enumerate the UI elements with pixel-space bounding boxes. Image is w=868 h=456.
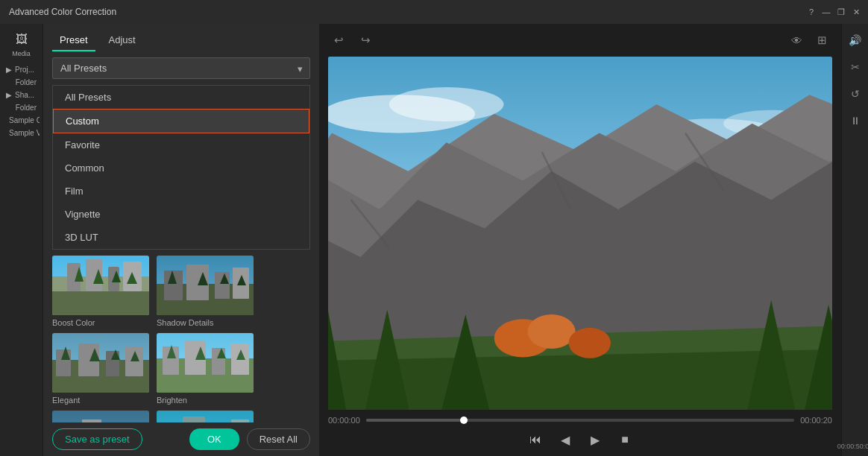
dialog-title: Advanced Color Correction	[9, 7, 116, 17]
sidebar-label-proj: Proj...	[15, 66, 34, 74]
loop-button[interactable]: ↺	[845, 83, 866, 104]
svg-rect-44	[82, 419, 101, 422]
panel-left: Preset Adjust All Presets Custom Favorit…	[43, 24, 319, 456]
preset-item-5[interactable]	[52, 411, 149, 422]
svg-rect-15	[215, 272, 230, 299]
app-sidebar: 🖼 Media ▶ Proj... Folder ▶ Sha... Folder	[0, 24, 43, 456]
preset-thumb-boost-color	[52, 256, 149, 315]
preset-dropdown-wrapper[interactable]: All Presets Custom Favorite Common Film …	[52, 57, 310, 79]
dropdown-menu: All Presets Custom Favorite Common Film …	[52, 85, 310, 250]
sidebar-label-samplevid: Sample Vid...	[9, 129, 40, 137]
help-button[interactable]: ?	[805, 6, 817, 18]
volume-button[interactable]: 🔊	[845, 30, 866, 51]
timeline-time: 00:00:50:00	[837, 443, 868, 456]
sidebar-label-sampleco: Sample Co...	[9, 116, 40, 124]
bottom-bar: Save as preset OK Reset All	[43, 422, 319, 456]
preset-row-3	[52, 411, 310, 422]
preset-dropdown[interactable]: All Presets Custom Favorite Common Film …	[52, 57, 310, 79]
preset-item-elegant[interactable]: Elegant	[52, 333, 149, 408]
preset-item-shadow-details[interactable]: Shadow Details	[157, 256, 254, 330]
sidebar-item-folder2[interactable]: Folder	[3, 101, 40, 114]
sidebar-label-media: Media	[12, 50, 31, 57]
dropdown-item-film[interactable]: Film	[53, 180, 309, 203]
play-button[interactable]: ▶	[585, 429, 606, 450]
frame-back-button[interactable]: ◀	[555, 429, 576, 450]
preset-label-shadow-details: Shadow Details	[157, 318, 213, 330]
compare-button[interactable]: ⊞	[811, 30, 832, 51]
video-controls: 00:00:00 00:00:20 ⏮ ◀ ▶ ■	[319, 410, 841, 456]
preset-row-1: Boost Color	[52, 256, 310, 330]
main-wrapper: 🖼 Media ▶ Proj... Folder ▶ Sha... Folder	[0, 24, 868, 456]
video-toolbar: ↩ ↪ 👁 ⊞	[319, 24, 841, 57]
preset-thumb-5	[52, 411, 149, 422]
folder-arrow2: ▶	[6, 91, 12, 99]
progress-fill	[366, 419, 460, 422]
media-icon: 🖼	[13, 31, 30, 48]
dropdown-row: All Presets Custom Favorite Common Film …	[43, 51, 319, 85]
minimize-button[interactable]: —	[820, 6, 832, 18]
skip-back-button[interactable]: ⏮	[525, 429, 546, 450]
svg-rect-54	[183, 417, 205, 422]
sidebar-item-samplevid[interactable]: Sample Vid...	[3, 127, 40, 139]
preset-thumb-brighten	[157, 333, 254, 393]
ok-button[interactable]: OK	[189, 428, 239, 450]
preset-item-boost-color[interactable]: Boost Color	[52, 256, 149, 330]
title-bar: Advanced Color Correction ? — ❐ ✕	[0, 0, 868, 24]
folder-arrow: ▶	[6, 66, 12, 74]
scissors-button[interactable]: ✂	[845, 57, 866, 77]
preview-button[interactable]: 👁	[786, 30, 807, 51]
sidebar-label-folder2: Folder	[16, 104, 37, 112]
tab-preset[interactable]: Preset	[52, 30, 95, 51]
preset-thumb-6	[157, 411, 254, 422]
sidebar-item-media[interactable]: 🖼 Media	[3, 27, 40, 62]
preset-label-brighten: Brighten	[157, 396, 187, 408]
current-time: 00:00:00	[328, 416, 360, 425]
video-panel: ↩ ↪ 👁 ⊞	[319, 24, 841, 456]
video-container	[328, 57, 832, 410]
dropdown-item-common[interactable]: Common	[53, 156, 309, 180]
svg-rect-56	[231, 419, 249, 422]
dropdown-item-custom[interactable]: Custom	[53, 109, 309, 133]
dropdown-item-all-presets[interactable]: All Presets	[53, 86, 309, 109]
save-preset-button[interactable]: Save as preset	[52, 428, 142, 450]
svg-point-84	[569, 328, 611, 358]
total-time: 00:00:20	[800, 416, 832, 425]
progress-track[interactable]	[366, 419, 794, 422]
svg-point-63	[389, 87, 504, 121]
sidebar-item-folder1[interactable]: Folder	[3, 76, 40, 89]
right-panel: 🔊 ✂ ↺ ⏸ 00:00:50:00	[841, 24, 868, 456]
preset-label-boost-color: Boost Color	[52, 318, 95, 330]
preset-row-2: Elegant	[52, 333, 310, 408]
playback-controls: ⏮ ◀ ▶ ■	[328, 429, 832, 450]
preset-item-6[interactable]	[157, 411, 254, 422]
progress-bar-row: 00:00:00 00:00:20	[328, 416, 832, 425]
reset-all-button[interactable]: Reset All	[247, 428, 310, 450]
undo-button[interactable]: ↩	[328, 30, 349, 51]
preset-label-elegant: Elegant	[52, 396, 80, 408]
preset-grid: Boost Color	[43, 250, 319, 422]
bottom-right-buttons: OK Reset All	[189, 428, 310, 450]
tabs-row: Preset Adjust	[43, 24, 319, 51]
sidebar-folder-group: ▶ Proj... Folder ▶ Sha... Folder Sample …	[0, 62, 43, 141]
progress-thumb	[460, 417, 468, 424]
pause-right-button[interactable]: ⏸	[845, 110, 866, 131]
sidebar-item-proj[interactable]: ▶ Proj...	[3, 63, 40, 76]
preset-thumb-shadow-details	[157, 256, 254, 315]
sidebar-item-sampleco[interactable]: Sample Co...	[3, 114, 40, 127]
tab-adjust[interactable]: Adjust	[101, 30, 143, 51]
sidebar-item-sha[interactable]: ▶ Sha...	[3, 89, 40, 101]
preset-item-brighten[interactable]: Brighten	[157, 333, 254, 408]
close-button[interactable]: ✕	[850, 6, 862, 18]
dropdown-item-vignette[interactable]: Vignette	[53, 203, 309, 226]
sidebar-label-sha: Sha...	[15, 91, 34, 99]
restore-button[interactable]: ❐	[835, 6, 847, 18]
toolbar-right: 👁 ⊞	[786, 30, 832, 51]
window-controls: ? — ❐ ✕	[805, 6, 862, 18]
preset-thumb-elegant	[52, 333, 149, 393]
dropdown-item-favorite[interactable]: Favorite	[53, 133, 309, 156]
stop-button[interactable]: ■	[614, 429, 635, 450]
redo-button[interactable]: ↪	[355, 30, 376, 51]
sidebar-label-folder1: Folder	[16, 78, 37, 86]
dropdown-item-3dlut[interactable]: 3D LUT	[53, 226, 309, 249]
svg-point-83	[528, 314, 576, 349]
